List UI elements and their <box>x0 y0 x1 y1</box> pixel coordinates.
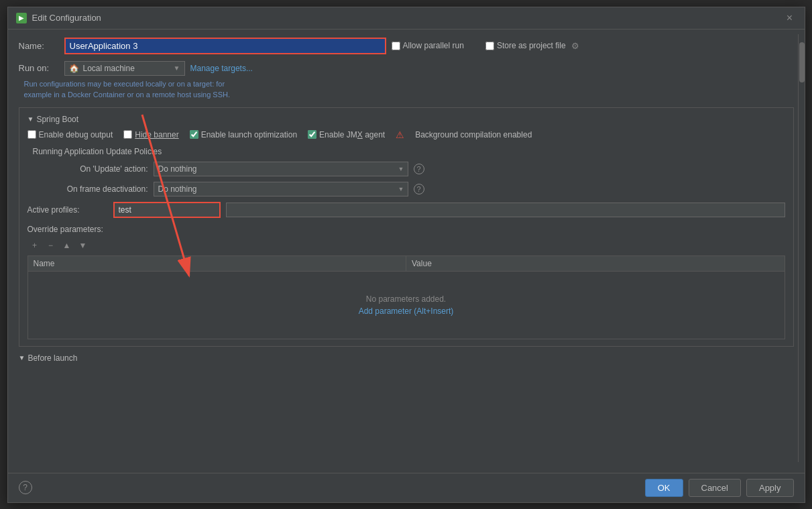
enable-jmx-checkbox[interactable] <box>308 130 316 139</box>
on-update-help-icon[interactable]: ? <box>414 164 424 174</box>
on-frame-select[interactable]: Do nothing <box>154 182 408 196</box>
move-down-button[interactable]: ▼ <box>76 238 91 253</box>
params-table: Name Value No parameters added. Add para… <box>27 256 785 339</box>
before-launch-row: ▼ Before launch <box>19 353 794 363</box>
manage-targets-link[interactable]: Manage targets... <box>190 64 253 73</box>
scrollbar[interactable] <box>798 34 805 462</box>
override-params-section: Override parameters: + − ▲ ▼ Name Value … <box>27 225 785 339</box>
active-profiles-label: Active profiles: <box>27 205 108 215</box>
warning-icon: ⚠ <box>396 129 404 140</box>
run-on-select-wrapper[interactable]: 🏠 Local machine ▼ <box>64 61 185 76</box>
on-update-select[interactable]: Do nothing <box>154 162 408 176</box>
active-profiles-input[interactable] <box>113 202 221 218</box>
store-project-checkbox[interactable] <box>485 42 494 50</box>
chevron-down-icon: ▼ <box>174 64 180 72</box>
enable-jmx-label: Enable JMX agent <box>319 130 385 139</box>
gear-icon: ⚙ <box>571 41 579 51</box>
enable-debug-label: Enable debug output <box>39 130 113 139</box>
on-update-label: On 'Update' action: <box>27 164 148 174</box>
enable-launch-opt-label: Enable launch optimization <box>201 130 297 139</box>
dialog-title: Edit Configuration <box>32 13 101 23</box>
remove-param-button[interactable]: − <box>44 238 58 253</box>
table-header: Name Value <box>28 256 785 272</box>
on-update-dropdown-wrapper: Do nothing <box>154 162 408 176</box>
title-bar-left: ▶ Edit Configuration <box>16 13 101 23</box>
name-input[interactable] <box>64 38 386 54</box>
hide-banner-label: Hide banner <box>135 130 178 139</box>
before-launch-collapse-icon[interactable]: ▼ <box>19 354 25 361</box>
spring-boot-header: ▼ Spring Boot <box>27 115 785 124</box>
override-label: Override parameters: <box>27 225 785 234</box>
close-button[interactable]: × <box>783 11 797 25</box>
name-column-header: Name <box>28 256 407 271</box>
on-update-row: On 'Update' action: Do nothing ? <box>27 162 785 176</box>
add-param-link[interactable]: Add parameter (Alt+Insert) <box>359 306 454 316</box>
spring-boot-label: Spring Boot <box>36 115 78 124</box>
run-on-row: Run on: 🏠 Local machine ▼ Manage targets… <box>19 61 794 76</box>
enable-launch-opt-item[interactable]: Enable launch optimization <box>190 130 297 139</box>
scrollbar-thumb[interactable] <box>799 42 805 82</box>
name-label: Name: <box>19 41 59 51</box>
title-bar: ▶ Edit Configuration × <box>8 7 805 30</box>
store-project-label: Store as project file <box>497 41 566 50</box>
hide-banner-checkbox[interactable] <box>123 130 132 139</box>
on-frame-deactivation-label: On frame deactivation: <box>27 184 148 194</box>
enable-launch-opt-checkbox[interactable] <box>190 130 198 139</box>
move-up-button[interactable]: ▲ <box>60 238 74 253</box>
store-project-item[interactable]: Store as project file ⚙ <box>485 41 579 51</box>
app-icon: ▶ <box>16 13 27 23</box>
add-param-button[interactable]: + <box>27 238 42 253</box>
spring-boot-checkboxes: Enable debug output Hide banner Enable l… <box>27 129 785 140</box>
dialog-content: Name: Allow parallel run Store as projec… <box>8 30 805 371</box>
apply-button[interactable]: Apply <box>746 479 794 497</box>
enable-debug-checkbox[interactable] <box>27 130 36 139</box>
allow-parallel-run-item[interactable]: Allow parallel run <box>392 41 464 50</box>
hint-text: Run configurations may be executed local… <box>24 78 794 101</box>
allow-parallel-checkbox[interactable] <box>392 42 400 50</box>
value-column-header: Value <box>406 256 785 271</box>
params-toolbar: + − ▲ ▼ <box>27 238 785 253</box>
policies-section: Running Application Update Policies On '… <box>27 147 785 196</box>
hide-banner-item[interactable]: Hide banner <box>123 130 178 139</box>
on-frame-deactivation-row: On frame deactivation: Do nothing ? <box>27 182 785 196</box>
edit-configuration-dialog: ▶ Edit Configuration × Name: Allow paral… <box>7 7 805 503</box>
bg-compilation-label: Background compilation enabled <box>415 130 532 139</box>
bottom-bar: ? OK Cancel Apply <box>8 473 805 502</box>
allow-parallel-label: Allow parallel run <box>403 41 464 50</box>
run-on-select[interactable]: Local machine <box>83 64 171 73</box>
active-profiles-extra-input[interactable] <box>226 203 785 217</box>
run-on-label: Run on: <box>19 63 59 73</box>
help-button[interactable]: ? <box>19 481 32 494</box>
enable-jmx-item[interactable]: Enable JMX agent <box>308 130 385 139</box>
action-buttons: OK Cancel Apply <box>645 479 794 497</box>
no-params-text: No parameters added. <box>366 294 446 304</box>
spring-boot-section: ▼ Spring Boot Enable debug output Hide b… <box>19 107 794 347</box>
table-body: No parameters added. Add parameter (Alt+… <box>28 272 785 339</box>
collapse-icon[interactable]: ▼ <box>27 115 34 123</box>
active-profiles-row: Active profiles: <box>27 202 785 218</box>
enable-debug-item[interactable]: Enable debug output <box>27 130 113 139</box>
on-frame-help-icon[interactable]: ? <box>414 184 424 194</box>
before-launch-label: Before launch <box>27 353 77 363</box>
cancel-button[interactable]: Cancel <box>689 479 741 497</box>
policies-header: Running Application Update Policies <box>33 147 785 156</box>
header-right: Allow parallel run Store as project file… <box>392 41 579 51</box>
home-icon: 🏠 <box>69 64 79 73</box>
on-frame-dropdown-wrapper: Do nothing <box>154 182 408 196</box>
ok-button[interactable]: OK <box>645 479 683 497</box>
